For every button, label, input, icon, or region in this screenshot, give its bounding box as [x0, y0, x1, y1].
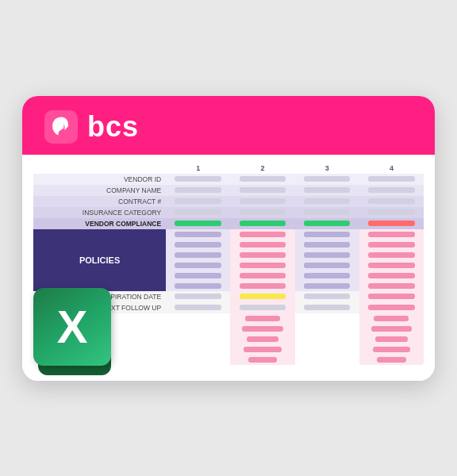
table-row: INSURANCE CATEGORY [33, 207, 424, 218]
col-header-3: 3 [295, 163, 359, 174]
table-row: COMPANY NAME [33, 185, 424, 196]
cell [359, 207, 424, 218]
excel-button[interactable]: X [33, 288, 111, 366]
row-label-compliance: VENDOR COMPLIANCE [33, 218, 166, 229]
excel-x-letter: X [57, 304, 88, 350]
cell [230, 196, 294, 207]
cell [295, 207, 359, 218]
main-card: bcs 1 2 3 4 VENDOR ID [22, 96, 435, 381]
cell [359, 174, 424, 185]
header: bcs [22, 96, 435, 155]
cell [359, 218, 424, 229]
table-row: VENDOR ID [33, 174, 424, 185]
col-header-2: 2 [230, 163, 294, 174]
cell [230, 174, 294, 185]
cell [295, 185, 359, 196]
policies-label: POLICIES [33, 229, 166, 291]
col-header-4: 4 [359, 163, 424, 174]
spreadsheet-area: 1 2 3 4 VENDOR ID [22, 155, 435, 381]
cell [295, 196, 359, 207]
table-row: CONTRACT # [33, 196, 424, 207]
cell [295, 218, 359, 229]
cell [166, 185, 230, 196]
cell [230, 218, 294, 229]
logo-text: bcs [87, 110, 139, 144]
row-label-company: COMPANY NAME [33, 185, 166, 196]
table-row: VENDOR COMPLIANCE [33, 218, 424, 229]
row-label-vendor-id: VENDOR ID [33, 174, 166, 185]
svg-point-1 [58, 122, 64, 129]
cell [166, 207, 230, 218]
col-label-header [33, 163, 166, 174]
cell [359, 196, 424, 207]
row-label-insurance: INSURANCE CATEGORY [33, 207, 166, 218]
cell [359, 185, 424, 196]
table-row: POLICIES [33, 229, 424, 240]
cell [166, 218, 230, 229]
cell [295, 174, 359, 185]
row-label-contract: CONTRACT # [33, 196, 166, 207]
logo-icon [44, 110, 78, 144]
cell [230, 207, 294, 218]
cell [166, 196, 230, 207]
cell [230, 185, 294, 196]
cell [166, 174, 230, 185]
excel-icon-container: X [33, 288, 117, 371]
col-header-1: 1 [166, 163, 230, 174]
